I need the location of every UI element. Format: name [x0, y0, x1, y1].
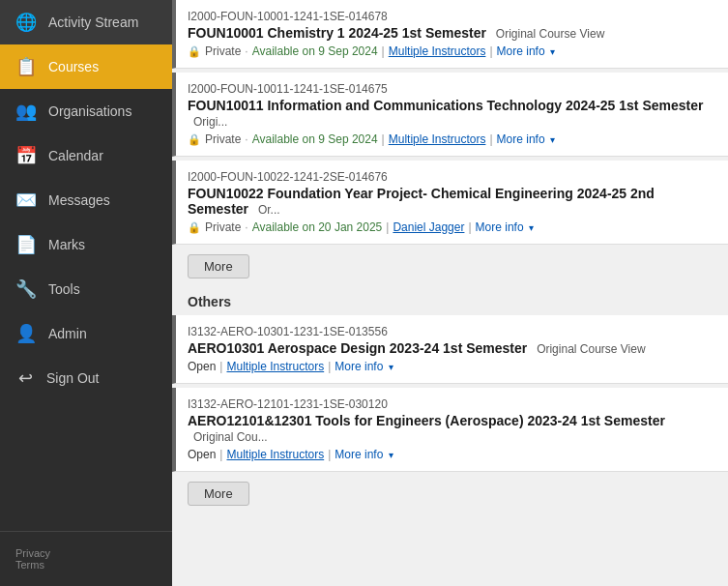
course-meta-0: 🔒 Private · Available on 9 Sep 2024 | Mu…	[188, 44, 713, 58]
other-course-card-0: I3132-AERO-10301-1231-1SE-013556 AERO103…	[172, 315, 728, 384]
available-date-2: Available on 20 Jan 2025	[252, 220, 383, 234]
chevron-icon-2: ▾	[529, 222, 534, 233]
instructor-link-0[interactable]: Multiple Instructors	[389, 44, 486, 58]
course-id-1: I2000-FOUN-10011-1241-1SE-014675	[188, 82, 713, 96]
other-course-meta-0: Open | Multiple Instructors | More info …	[188, 360, 713, 373]
sidebar-item-organisations[interactable]: 👥 Organisations	[0, 89, 172, 133]
other-course-meta-1: Open | Multiple Instructors | More info …	[188, 448, 713, 461]
course-tag-0: Original Course View	[496, 27, 605, 41]
sidebar: 🌐 Activity Stream 📋 Courses 👥 Organisati…	[0, 0, 172, 586]
organisations-label: Organisations	[48, 103, 131, 119]
sidebar-item-admin[interactable]: 👤 Admin	[0, 311, 172, 356]
other-course-card-1: I3132-AERO-12101-1231-1SE-030120 AERO121…	[172, 388, 728, 472]
sidebar-footer: Privacy Terms	[0, 540, 172, 578]
course-card-2: I2000-FOUN-10022-1241-2SE-014676 FOUN100…	[172, 161, 728, 245]
other-course-title-0: AERO10301 Aerospace Design 2023-24 1st S…	[188, 340, 713, 356]
others-section-header: Others	[172, 284, 728, 315]
other-course-title-1: AERO12101&12301 Tools for Engineers (Aer…	[188, 413, 713, 444]
chevron-icon-1: ▾	[550, 134, 555, 145]
sidebar-footer-section: Privacy Terms	[0, 531, 172, 586]
other-more-info-link-0[interactable]: More info ▾	[335, 360, 393, 373]
course-title-1: FOUN10011 Information and Communications…	[188, 98, 713, 129]
more-info-link-0[interactable]: More info ▾	[497, 44, 555, 58]
private-label-2: Private	[205, 220, 241, 234]
course-meta-1: 🔒 Private · Available on 9 Sep 2024 | Mu…	[188, 132, 713, 146]
sign-out-icon: ↩	[15, 367, 35, 389]
courses-icon: 📋	[15, 56, 37, 77]
courses-label: Courses	[48, 59, 99, 74]
other-more-info-link-1[interactable]: More info ▾	[335, 448, 393, 461]
activity-stream-label: Activity Stream	[48, 15, 138, 30]
calendar-icon: 📅	[15, 145, 37, 166]
sidebar-item-marks[interactable]: 📄 Marks	[0, 222, 172, 267]
instructor-link-2[interactable]: Daniel Jagger	[393, 220, 464, 234]
course-id-2: I2000-FOUN-10022-1241-2SE-014676	[188, 170, 713, 184]
sidebar-item-sign-out[interactable]: ↩ Sign Out	[0, 356, 172, 400]
marks-icon: 📄	[15, 234, 37, 255]
lock-icon-2: 🔒	[188, 221, 201, 234]
private-label-1: Private	[205, 132, 241, 146]
tools-icon: 🔧	[15, 278, 37, 300]
sidebar-item-activity-stream[interactable]: 🌐 Activity Stream	[0, 0, 172, 44]
more-button-1[interactable]: More	[188, 254, 249, 278]
instructor-link-1[interactable]: Multiple Instructors	[389, 132, 486, 146]
marks-label: Marks	[48, 237, 85, 252]
course-id-0: I2000-FOUN-10001-1241-1SE-014678	[188, 10, 713, 23]
other-chevron-icon-1: ▾	[389, 450, 393, 460]
lock-icon-1: 🔒	[188, 133, 201, 146]
sidebar-item-messages[interactable]: ✉️ Messages	[0, 178, 172, 222]
course-tag-2: Or...	[258, 203, 280, 217]
other-course-id-0: I3132-AERO-10301-1231-1SE-013556	[188, 325, 713, 338]
privacy-link[interactable]: Privacy	[15, 547, 157, 559]
course-tag-1: Origi...	[193, 115, 227, 129]
course-title-0: FOUN10001 Chemistry 1 2024-25 1st Semest…	[188, 25, 713, 41]
private-label-0: Private	[205, 44, 241, 58]
other-chevron-icon-0: ▾	[389, 362, 393, 372]
chevron-icon-0: ▾	[550, 46, 555, 57]
organisations-icon: 👥	[15, 101, 37, 122]
other-instructor-link-0[interactable]: Multiple Instructors	[226, 360, 324, 373]
other-course-tag-1: Original Cou...	[193, 430, 268, 444]
course-card-0: I2000-FOUN-10001-1241-1SE-014678 FOUN100…	[172, 0, 728, 69]
admin-label: Admin	[48, 326, 87, 341]
available-date-1: Available on 9 Sep 2024	[252, 132, 378, 146]
sidebar-item-tools[interactable]: 🔧 Tools	[0, 267, 172, 311]
admin-icon: 👤	[15, 323, 37, 344]
calendar-label: Calendar	[48, 148, 103, 163]
open-badge-1: Open	[188, 448, 216, 461]
course-card-1: I2000-FOUN-10011-1241-1SE-014675 FOUN100…	[172, 73, 728, 157]
more-button-2[interactable]: More	[188, 482, 249, 506]
open-badge-0: Open	[188, 360, 216, 373]
terms-link[interactable]: Terms	[15, 559, 157, 571]
main-content: I2000-FOUN-10001-1241-1SE-014678 FOUN100…	[172, 0, 728, 586]
sign-out-label: Sign Out	[46, 370, 99, 386]
other-course-tag-0: Original Course View	[537, 342, 646, 356]
course-meta-2: 🔒 Private · Available on 20 Jan 2025 | D…	[188, 220, 713, 234]
more-info-link-1[interactable]: More info ▾	[497, 132, 555, 146]
messages-icon: ✉️	[15, 190, 37, 211]
sidebar-item-courses[interactable]: 📋 Courses	[0, 44, 172, 89]
lock-icon-0: 🔒	[188, 45, 201, 58]
available-date-0: Available on 9 Sep 2024	[252, 44, 378, 58]
more-info-link-2[interactable]: More info ▾	[476, 220, 534, 234]
more-button-1-container: More	[172, 249, 728, 284]
activity-stream-icon: 🌐	[15, 12, 37, 33]
other-instructor-link-1[interactable]: Multiple Instructors	[226, 448, 324, 461]
more-button-2-container: More	[172, 476, 728, 512]
course-title-2: FOUN10022 Foundation Year Project- Chemi…	[188, 186, 713, 217]
messages-label: Messages	[48, 192, 110, 208]
tools-label: Tools	[48, 281, 80, 297]
sidebar-item-calendar[interactable]: 📅 Calendar	[0, 133, 172, 178]
other-course-id-1: I3132-AERO-12101-1231-1SE-030120	[188, 397, 713, 411]
